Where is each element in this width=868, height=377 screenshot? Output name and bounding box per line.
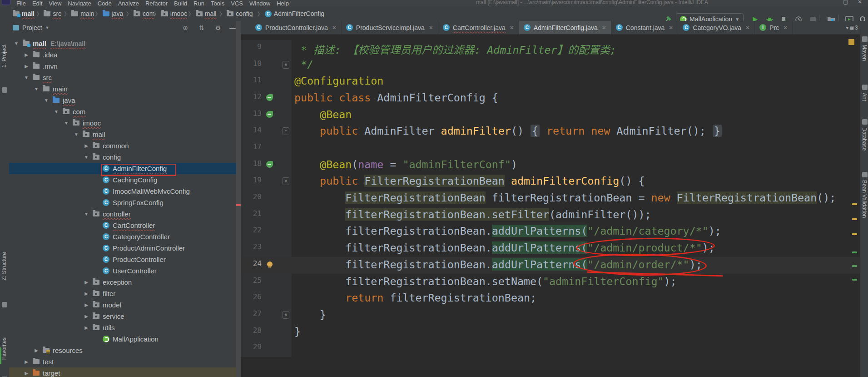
tab-close-icon[interactable]: ✕	[602, 25, 606, 31]
line-number[interactable]: 28	[253, 326, 262, 335]
code-line-23[interactable]: 23 filterRegistrationBean.addUrlPatterns…	[241, 240, 860, 257]
tab-CartController-java[interactable]: CCartController.java✕	[438, 21, 519, 34]
code-line-24[interactable]: 24 filterRegistrationBean.addUrlPatterns…	[241, 257, 860, 274]
code-line-10[interactable]: 10∧ */	[241, 57, 860, 74]
line-number[interactable]: 17	[253, 142, 262, 151]
breadcrumb-item-src[interactable]: src	[44, 9, 61, 18]
tab-close-icon[interactable]: ✕	[332, 25, 337, 31]
breadcrumb-item-imooc[interactable]: imooc	[161, 9, 187, 18]
menu-item-code[interactable]: Code	[98, 0, 112, 6]
collapsed-arrow-icon[interactable]: ▶	[84, 314, 89, 319]
line-number[interactable]: 22	[253, 226, 262, 234]
tab-ProductServiceImpl-java[interactable]: CProductServiceImpl.java✕	[342, 21, 438, 34]
line-number[interactable]: 10	[253, 59, 262, 68]
tab-close-icon[interactable]: ✕	[745, 25, 750, 31]
collapsed-arrow-icon[interactable]: ▶	[84, 291, 89, 296]
tree-item-ProductAdminController[interactable]: CProductAdminController	[9, 242, 236, 254]
tree-item-UserController[interactable]: CUserController	[9, 265, 236, 276]
breadcrumb-item-AdminFilterConfig[interactable]: CAdminFilterConfig	[265, 9, 324, 18]
code-line-13[interactable]: 13 @Bean	[241, 107, 860, 124]
line-number[interactable]: 13	[253, 109, 262, 118]
tree-item-ImoocMallWebMvcConfig[interactable]: CImoocMallWebMvcConfig	[9, 186, 236, 197]
collapsed-arrow-icon[interactable]: ▶	[24, 52, 29, 57]
line-number[interactable]: 29	[253, 342, 262, 351]
tab-ProductController-java[interactable]: CProductController.java✕	[251, 21, 342, 34]
code-line-22[interactable]: 22 filterRegistrationBean.addUrlPatterns…	[241, 223, 860, 240]
expanded-arrow-icon[interactable]: ▼	[24, 75, 29, 80]
tool-button-1-project[interactable]: 1: Project	[1, 45, 7, 68]
collapsed-arrow-icon[interactable]: ▶	[24, 359, 29, 364]
code-line-18[interactable]: 18 @Bean(name = "adminFilterConf")	[241, 157, 860, 174]
line-number[interactable]: 25	[253, 276, 262, 285]
tree-item-common[interactable]: ▶common	[9, 140, 236, 151]
menu-item-vcs[interactable]: VCS	[231, 0, 243, 6]
collapsed-arrow-icon[interactable]: ▶	[24, 371, 29, 376]
tree-item-utils[interactable]: ▶utils	[9, 322, 236, 333]
tree-item-controller[interactable]: ▼controller	[9, 208, 236, 220]
tree-item-mall[interactable]: ▼mall	[9, 129, 236, 140]
tree-item-resources[interactable]: ▶resources	[9, 345, 236, 356]
code-line-17[interactable]: 17	[241, 140, 860, 157]
line-number[interactable]: 21	[253, 209, 262, 218]
menu-item-tools[interactable]: Tools	[211, 0, 224, 6]
menu-item-window[interactable]: Window	[249, 0, 270, 6]
collapsed-arrow-icon[interactable]: ▶	[84, 302, 89, 307]
code-line-19[interactable]: 19∨ public FilterRegistrationBean adminF…	[241, 173, 860, 190]
tree-item-model[interactable]: ▶model	[9, 299, 236, 311]
intention-lightbulb-icon[interactable]	[267, 261, 273, 267]
breadcrumb-item-java[interactable]: java	[103, 9, 124, 18]
menu-item-help[interactable]: Help	[277, 0, 289, 6]
expanded-arrow-icon[interactable]: ▼	[84, 211, 89, 216]
tree-item-com[interactable]: ▼com	[9, 106, 236, 117]
tool-button-favorites[interactable]: Favorites	[1, 337, 7, 360]
tree-item-CartController[interactable]: CCartController	[9, 220, 236, 231]
menu-item-navigate[interactable]: Navigate	[68, 0, 91, 6]
tree-item-imooc[interactable]: ▼imooc	[9, 117, 236, 129]
code-line-12[interactable]: 12public class AdminFilterConfig {	[241, 90, 860, 107]
breadcrumb-item-com[interactable]: com	[134, 9, 154, 18]
collapsed-arrow-icon[interactable]: ▶	[84, 325, 89, 330]
tree-item-ProductController[interactable]: CProductController	[9, 254, 236, 265]
code-line-21[interactable]: 21 filterRegistrationBean.setFilter(admi…	[241, 207, 860, 224]
spring-bean-gutter-icon[interactable]	[266, 161, 273, 168]
line-number[interactable]: 9	[257, 42, 262, 51]
tree-item-filter[interactable]: ▶filter	[9, 288, 236, 299]
collapsed-arrow-icon[interactable]: ▶	[34, 348, 39, 353]
maximize-button[interactable]: ▢	[843, 0, 848, 5]
tree-item-config[interactable]: ▼config	[9, 151, 236, 163]
line-number[interactable]: 11	[253, 75, 262, 84]
tree-item-mall[interactable]: ▼mallE:\java\mall	[9, 38, 236, 49]
settings-gear-icon[interactable]: ⚙	[213, 23, 223, 32]
expanded-arrow-icon[interactable]: ▼	[64, 121, 69, 126]
code-line-9[interactable]: 9 * 描述: 【校验管理员用户的过滤器: AdminFilter】的配置类;	[241, 40, 860, 57]
locate-file-button[interactable]: ⊕	[181, 23, 190, 32]
fold-marker-up[interactable]: ∧	[283, 61, 289, 69]
menu-item-view[interactable]: View	[49, 0, 61, 6]
tree-item-test[interactable]: ▶test	[9, 356, 236, 367]
tool-button-z-structure[interactable]: Z: Structure	[1, 252, 7, 281]
code-editor[interactable]: 9 * 描述: 【校验管理员用户的过滤器: AdminFilter】的配置类;1…	[241, 35, 860, 377]
tab-close-icon[interactable]: ✕	[510, 25, 514, 31]
collapse-all-button[interactable]: ⇅	[197, 23, 206, 32]
tab-Prc[interactable]: IPrc✕	[755, 21, 793, 34]
fold-marker-plus[interactable]: +	[283, 127, 289, 135]
tool-button-maven[interactable]: Maven	[861, 45, 868, 61]
line-number[interactable]: 18	[253, 159, 262, 168]
menu-item-run[interactable]: Run	[193, 0, 204, 6]
line-number[interactable]: 12	[253, 92, 262, 101]
menu-item-refactor[interactable]: Refactor	[145, 0, 168, 6]
expanded-arrow-icon[interactable]: ▼	[54, 109, 59, 114]
code-line-20[interactable]: 20 FilterRegistrationBean filterRegistra…	[241, 190, 860, 207]
menu-item-analyze[interactable]: Analyze	[118, 0, 139, 6]
code-line-27[interactable]: 27∧ }	[241, 307, 860, 324]
fold-marker-up[interactable]: ∧	[283, 311, 289, 319]
line-number[interactable]: 20	[253, 192, 262, 201]
tree-item-src[interactable]: ▼src	[9, 72, 236, 83]
breadcrumb-item-mall[interactable]: mall	[196, 9, 217, 18]
tree-item--idea[interactable]: ▶.idea	[9, 49, 236, 60]
tool-button-ant[interactable]: Ant	[861, 93, 868, 101]
expanded-arrow-icon[interactable]: ▼	[44, 98, 49, 103]
menu-item-build[interactable]: Build	[174, 0, 187, 6]
tab-CategoryVO-java[interactable]: CCategoryVO.java✕	[678, 21, 755, 34]
tab-AdminFilterConfig-java[interactable]: CAdminFilterConfig.java✕	[519, 21, 611, 34]
